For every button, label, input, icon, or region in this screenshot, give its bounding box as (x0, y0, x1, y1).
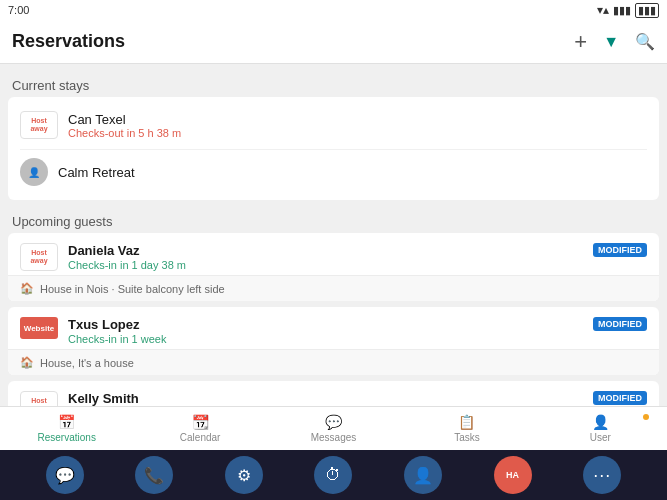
stay-item[interactable]: Hostaway Can Texel Checks-out in 5 h 38 … (20, 107, 647, 143)
website-logo: Website (20, 317, 58, 339)
modified-badge: MODIFIED (593, 243, 647, 257)
upcoming-card[interactable]: Hostaway Kelly Smith Checks-in in 2 week… (8, 381, 659, 406)
wifi-icon: ▾▴ (597, 3, 609, 17)
hostaway-logo: Hostaway (20, 243, 58, 271)
upcoming-card[interactable]: Hostaway Daniela Vaz Checks-in in 1 day … (8, 233, 659, 301)
status-time: 7:00 (8, 4, 29, 16)
upcoming-row: Website Txus Lopez Checks-in in 1 week M… (8, 307, 659, 349)
tab-user-icon: 👤 (592, 414, 609, 430)
status-bar: 7:00 ▾▴ ▮▮▮ ▮▮▮ (0, 0, 667, 20)
tab-tasks-label: Tasks (454, 432, 480, 443)
stay-time: Checks-out in 5 h 38 m (68, 127, 181, 139)
stay-item[interactable]: 👤 Calm Retreat (20, 149, 647, 190)
tab-calendar-label: Calendar (180, 432, 221, 443)
house-text: House in Nois · Suite balcony left side (40, 283, 225, 295)
person-action-button[interactable]: 👤 (404, 456, 442, 494)
hostaway-logo: Hostaway (20, 111, 58, 139)
tab-user-label: User (590, 432, 611, 443)
upcoming-info: Txus Lopez Checks-in in 1 week (68, 317, 166, 345)
stay-info: Can Texel Checks-out in 5 h 38 m (68, 112, 181, 139)
upcoming-name: Kelly Smith (68, 391, 172, 406)
tab-tasks[interactable]: 📋 Tasks (400, 410, 533, 447)
upcoming-row-header: Website Txus Lopez Checks-in in 1 week (20, 317, 647, 345)
tab-calendar-icon: 📆 (192, 414, 209, 430)
current-stays-label: Current stays (0, 72, 667, 97)
status-bar-right: ▾▴ ▮▮▮ ▮▮▮ (597, 3, 659, 18)
filter-icon[interactable]: ▼ (603, 33, 619, 51)
signal-icon: ▮▮▮ (613, 4, 631, 17)
house-icon: 🏠 (20, 282, 34, 295)
house-icon: 🏠 (20, 356, 34, 369)
hostaway-logo: Hostaway (20, 391, 58, 406)
upcoming-name: Txus Lopez (68, 317, 166, 332)
upcoming-card[interactable]: Website Txus Lopez Checks-in in 1 week M… (8, 307, 659, 375)
hostaway-action-button[interactable]: HA (494, 456, 532, 494)
upcoming-row-header: Hostaway Daniela Vaz Checks-in in 1 day … (20, 243, 647, 271)
tab-messages[interactable]: 💬 Messages (267, 410, 400, 447)
bottom-action-bar: 💬 📞 ⚙ ⏱ 👤 HA ··· (0, 450, 667, 500)
tab-reservations-label: Reservations (38, 432, 96, 443)
upcoming-name: Daniela Vaz (68, 243, 186, 258)
upcoming-time: Checks-in in 1 week (68, 333, 166, 345)
bottom-tab-bar: 📅 Reservations 📆 Calendar 💬 Messages 📋 T… (0, 406, 667, 450)
search-icon[interactable]: 🔍 (635, 32, 655, 51)
user-notification-dot (643, 414, 649, 420)
house-info: 🏠 House, It's a house (8, 349, 659, 375)
upcoming-row: Hostaway Daniela Vaz Checks-in in 1 day … (8, 233, 659, 275)
battery-icon: ▮▮▮ (635, 3, 659, 18)
upcoming-guests-label: Upcoming guests (0, 208, 667, 233)
time-action-button[interactable]: ⏱ (314, 456, 352, 494)
house-info: 🏠 House in Nois · Suite balcony left sid… (8, 275, 659, 301)
modified-badge: MODIFIED (593, 391, 647, 405)
phone-action-button[interactable]: 📞 (135, 456, 173, 494)
tab-messages-label: Messages (311, 432, 357, 443)
header-actions: + ▼ 🔍 (574, 29, 655, 55)
stay-info: Calm Retreat (58, 165, 135, 180)
upcoming-row-header: Hostaway Kelly Smith Checks-in in 2 week… (20, 391, 647, 406)
stay-name: Can Texel (68, 112, 181, 127)
chat-action-button[interactable]: 💬 (46, 456, 84, 494)
app-header: Reservations + ▼ 🔍 (0, 20, 667, 64)
more-action-button[interactable]: ··· (583, 456, 621, 494)
avatar: 👤 (20, 158, 48, 186)
current-stays-card: Hostaway Can Texel Checks-out in 5 h 38 … (8, 97, 659, 200)
settings-action-button[interactable]: ⚙ (225, 456, 263, 494)
house-text: House, It's a house (40, 357, 134, 369)
tab-calendar[interactable]: 📆 Calendar (133, 410, 266, 447)
upcoming-time: Checks-in in 1 day 38 m (68, 259, 186, 271)
tab-reservations[interactable]: 📅 Reservations (0, 410, 133, 447)
page-title: Reservations (12, 31, 125, 52)
upcoming-row: Hostaway Kelly Smith Checks-in in 2 week… (8, 381, 659, 406)
modified-badge: MODIFIED (593, 317, 647, 331)
add-button[interactable]: + (574, 29, 587, 55)
tab-user[interactable]: 👤 User (534, 410, 667, 447)
tab-tasks-icon: 📋 (458, 414, 475, 430)
stay-name: Calm Retreat (58, 165, 135, 180)
upcoming-info: Kelly Smith Checks-in in 2 weeks (68, 391, 172, 406)
upcoming-info: Daniela Vaz Checks-in in 1 day 38 m (68, 243, 186, 271)
tab-messages-icon: 💬 (325, 414, 342, 430)
main-content: Current stays Hostaway Can Texel Checks-… (0, 64, 667, 406)
tab-reservations-icon: 📅 (58, 414, 75, 430)
